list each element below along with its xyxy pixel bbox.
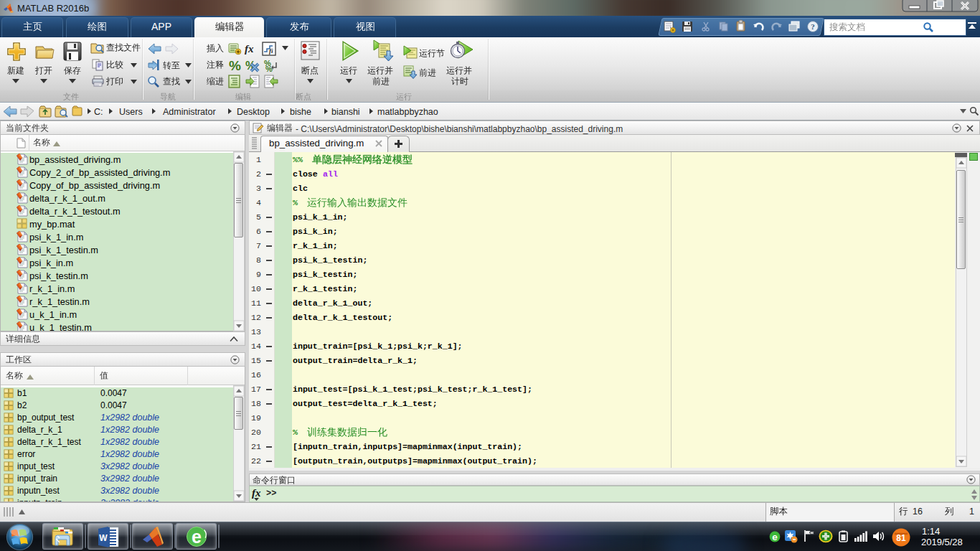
svg-text:W: W bbox=[99, 533, 108, 543]
svg-text:%: % bbox=[265, 65, 273, 73]
svg-text:%: % bbox=[229, 58, 241, 73]
svg-text:?: ? bbox=[811, 22, 815, 31]
svg-text:e: e bbox=[772, 532, 778, 542]
svg-text:81: 81 bbox=[896, 533, 906, 543]
svg-text:e: e bbox=[192, 527, 202, 547]
svg-text:fi: fi bbox=[269, 47, 273, 55]
